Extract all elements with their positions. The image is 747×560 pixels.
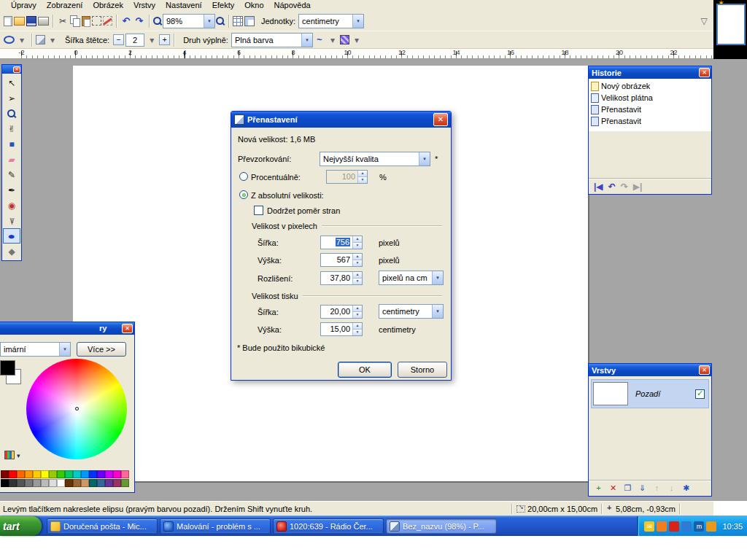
width-spinner[interactable] [352, 236, 362, 249]
layers-titlebar[interactable]: Vrstvy [589, 364, 711, 376]
color-swatch[interactable] [121, 470, 129, 478]
task-button[interactable]: Bez_nazvu (98%) - P... [386, 518, 497, 534]
colors-close-button[interactable] [122, 324, 133, 333]
tray-blue-icon[interactable] [681, 521, 692, 532]
history-item[interactable]: Přenastavit [589, 115, 711, 127]
units-select[interactable]: centimetry [298, 14, 364, 28]
color-swatch[interactable] [73, 470, 81, 478]
task-button[interactable]: Doručená pošta - Mic... [47, 518, 158, 534]
tray-m-icon[interactable]: m [694, 521, 704, 532]
color-swatch[interactable] [1, 479, 9, 487]
tray-orange-icon[interactable] [657, 521, 667, 532]
task-button[interactable]: 1020:639 - Rádio Čer... [273, 518, 384, 534]
history-undo-button[interactable]: ↶ [608, 182, 616, 192]
delete-layer-button[interactable]: ✕ [607, 483, 619, 494]
redo-icon[interactable]: ↷ [133, 15, 145, 27]
resolution-unit-select[interactable]: pixelů na cm [379, 271, 444, 285]
open-icon[interactable] [14, 17, 25, 26]
color-swatch[interactable] [121, 479, 129, 487]
duplicate-layer-button[interactable]: ❐ [622, 483, 634, 494]
merge-layer-down-button[interactable]: ⇓ [636, 483, 649, 494]
color-swatch[interactable] [41, 470, 49, 478]
history-item[interactable]: Velikost plátna [589, 92, 711, 104]
resolution-spinner[interactable] [352, 272, 362, 284]
zoom-select[interactable]: 98% [163, 14, 215, 28]
menu-item[interactable]: Nápověda [269, 0, 316, 11]
deselect-icon[interactable] [103, 16, 112, 26]
selection-mode-icon[interactable] [36, 35, 45, 44]
selection-mode-arrow-icon[interactable]: ▾ [47, 34, 58, 46]
crop-icon[interactable] [92, 16, 101, 26]
color-swatch[interactable] [33, 470, 41, 478]
color-wheel[interactable] [26, 359, 127, 459]
menu-item[interactable]: Vrstvy [128, 0, 160, 11]
color-swatch[interactable] [57, 479, 65, 487]
dropdown-arrow-icon[interactable] [352, 15, 363, 28]
add-layer-button[interactable]: + [592, 483, 605, 494]
pattern-arrow-icon[interactable]: ▾ [351, 34, 363, 46]
task-button[interactable]: Malování - problém s ... [160, 518, 271, 534]
history-titlebar[interactable]: Historie [589, 66, 711, 79]
menu-item[interactable]: Obrázek [88, 0, 128, 11]
brush-width-arrow-icon[interactable]: ▾ [146, 34, 158, 46]
layer-visible-checkbox[interactable] [695, 389, 705, 399]
copy-icon[interactable] [70, 15, 80, 26]
color-mode-select[interactable]: imární [0, 342, 71, 357]
color-swatch[interactable] [17, 479, 25, 487]
color-swatch[interactable] [33, 479, 41, 487]
color-swatch[interactable] [57, 470, 65, 478]
color-swatch[interactable] [1, 470, 9, 478]
colors-titlebar[interactable]: ry [0, 322, 134, 335]
color-swatch[interactable] [97, 479, 105, 487]
color-swatch[interactable] [89, 479, 97, 487]
primary-color-swatch[interactable] [0, 360, 15, 376]
resolution-unit-arrow-icon[interactable] [432, 271, 443, 284]
history-item[interactable]: Nový obrázek [589, 80, 711, 92]
line-style-icon[interactable]: ~ [314, 34, 325, 46]
print-unit-arrow-icon[interactable] [432, 305, 443, 318]
freeform-tool[interactable]: ◆ [3, 244, 20, 259]
height-input[interactable]: 567 [320, 253, 363, 267]
ellipse-tool[interactable]: ● [3, 228, 20, 244]
color-swatch[interactable] [113, 470, 121, 478]
tray-mail-icon[interactable]: ✉ [644, 521, 654, 532]
cancel-button[interactable]: Storno [398, 362, 447, 378]
active-tool-ellipse-icon[interactable] [4, 36, 15, 44]
percent-radio[interactable] [239, 172, 248, 181]
resample-select[interactable]: Nejvyšší kvalita [320, 152, 430, 166]
print-height-input[interactable]: 15,00 [320, 322, 363, 336]
undo-icon[interactable]: ↶ [120, 15, 132, 27]
fill-type-select[interactable]: Plná barva [231, 33, 313, 47]
grid-icon[interactable] [233, 16, 243, 26]
print-icon[interactable] [38, 17, 49, 26]
color-swatch[interactable] [41, 479, 49, 487]
height-spinner[interactable] [352, 254, 362, 266]
tools-close-button[interactable] [13, 66, 20, 73]
cut-icon[interactable]: ✂ [57, 15, 69, 27]
eraser-tool[interactable]: ▰ [3, 152, 20, 167]
zoom-out-icon[interactable] [153, 17, 162, 26]
tray-red-icon[interactable] [669, 521, 679, 532]
pencil-tool[interactable]: ✎ [3, 167, 20, 182]
zoom-tool[interactable] [3, 106, 20, 121]
color-swatch[interactable] [49, 479, 57, 487]
color-swatch[interactable] [65, 470, 73, 478]
width-input[interactable]: 756 [320, 236, 363, 249]
color-swatch[interactable] [65, 479, 73, 487]
color-swatch[interactable] [113, 479, 121, 487]
brush-width-value[interactable]: 2 [125, 34, 144, 47]
dropdown-arrow-icon[interactable] [204, 15, 214, 28]
menu-item[interactable]: Efekty [207, 0, 240, 11]
rulers-icon[interactable] [244, 16, 255, 26]
tool-chooser-arrow-icon[interactable]: ▾ [16, 34, 28, 46]
overflow-chevron-icon[interactable]: ▽ [698, 15, 710, 27]
absolute-radio[interactable] [239, 190, 248, 199]
menu-item[interactable]: Nastavení [160, 0, 207, 11]
color-swatch[interactable] [25, 479, 33, 487]
tools-titlebar[interactable] [2, 65, 21, 74]
resolution-input[interactable]: 37,80 [320, 271, 363, 285]
print-width-spinner[interactable] [352, 306, 362, 318]
print-width-input[interactable]: 20,00 [320, 305, 363, 319]
line-tool[interactable]: \|/ [3, 213, 20, 228]
keep-aspect-checkbox[interactable] [254, 206, 263, 215]
